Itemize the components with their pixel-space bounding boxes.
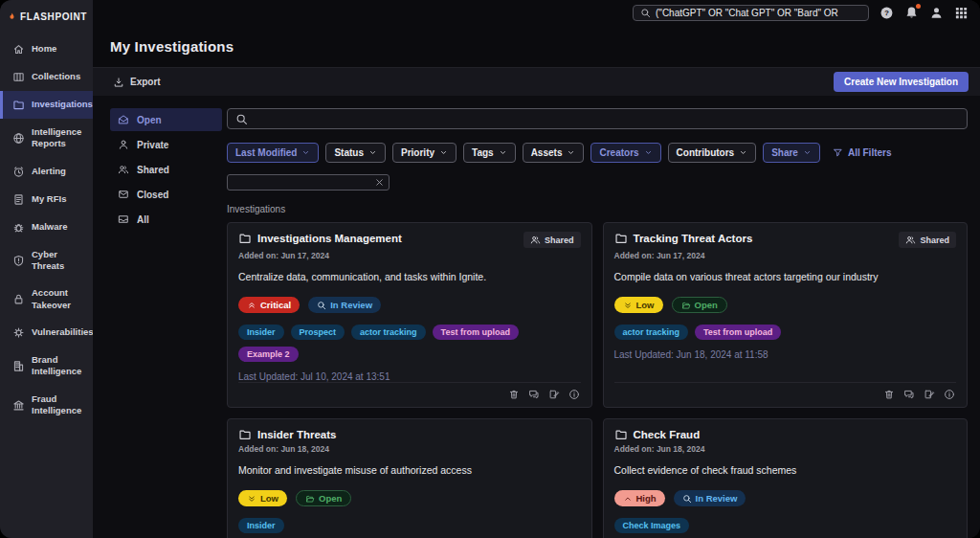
chevron-down-icon: [499, 148, 507, 157]
document-icon: [12, 193, 25, 206]
folder-icon: [238, 232, 252, 245]
priority-badge: Critical: [238, 297, 300, 313]
comments-icon[interactable]: [528, 389, 540, 400]
filter-assets[interactable]: Assets: [523, 143, 585, 163]
sidebar-item-alerting[interactable]: Alerting: [0, 158, 93, 186]
sidebar-item-account-takeover[interactable]: Account Takeover: [0, 280, 93, 319]
search-icon: [317, 301, 326, 310]
investigation-card-insider-threats[interactable]: Insider Threats Added on: Jun 18, 2024 M…: [227, 418, 592, 538]
alerting-icon: [12, 166, 25, 178]
priority-badge: High: [614, 490, 665, 506]
folder-icon: [238, 428, 252, 441]
folder-icon: [614, 428, 628, 441]
card-title[interactable]: Investigations Management: [257, 233, 402, 244]
sidebar-item-vulnerabilities[interactable]: Vulnerabilities: [0, 319, 93, 347]
status-badge: Open: [672, 297, 727, 313]
edit-icon[interactable]: [548, 389, 560, 400]
info-icon[interactable]: [568, 389, 580, 400]
tag-pill[interactable]: Test from upload: [695, 325, 781, 340]
chevron-down-icon: [368, 148, 377, 157]
card-title[interactable]: Tracking Threat Actors: [634, 233, 753, 244]
sidebar-item-collections[interactable]: Collections: [0, 63, 93, 91]
folder-icon: [614, 232, 628, 245]
global-search-input[interactable]: [656, 8, 861, 18]
status-badge: In Review: [308, 297, 381, 313]
funnel-icon: [833, 147, 843, 158]
investigations-search-input[interactable]: [254, 112, 959, 125]
card-added-date: Added on: Jun 17, 2024: [238, 251, 581, 260]
card-title[interactable]: Check Fraud: [634, 429, 701, 440]
notifications-icon[interactable]: [904, 6, 919, 20]
chevron-down-icon: [803, 148, 812, 157]
sidebar: FLASHPOINT Home Collections Investigatio…: [0, 0, 93, 538]
create-new-investigation-button[interactable]: Create New Investigation: [834, 72, 969, 92]
sidebar-item-fraud-intelligence[interactable]: Fraud Intelligence: [0, 386, 93, 425]
all-filters-button[interactable]: All Filters: [833, 147, 892, 158]
help-icon[interactable]: ?: [880, 6, 894, 20]
tag-pill[interactable]: Check Images: [614, 518, 690, 533]
filter-creators[interactable]: Creators: [590, 143, 660, 163]
tag-pill[interactable]: Prospect: [291, 325, 345, 340]
filter-tags[interactable]: Tags: [463, 143, 516, 163]
tag-pill[interactable]: Example 2: [238, 347, 299, 362]
search-icon: [640, 8, 651, 18]
tag-pill[interactable]: Insider: [238, 325, 284, 340]
edit-icon[interactable]: [924, 389, 935, 400]
filter-priority[interactable]: Priority: [392, 143, 457, 163]
sidebar-item-brand-intelligence[interactable]: Brand Intelligence: [0, 347, 93, 386]
status-subnav: Open Private Shared Closed All: [110, 108, 222, 538]
subnav-item-open[interactable]: Open: [110, 108, 222, 131]
filter-status[interactable]: Status: [325, 143, 386, 163]
home-icon: [12, 43, 25, 56]
folder-open-icon: [305, 494, 315, 504]
filter-share[interactable]: Share: [763, 143, 820, 163]
investigation-card-check-fraud[interactable]: Check Fraud Added on: Jun 18, 2024 Colle…: [603, 418, 969, 538]
subnav-item-closed[interactable]: Closed: [110, 183, 222, 206]
card-tags: InsiderProspectactor trackingTest from u…: [238, 325, 581, 362]
clear-icon[interactable]: [374, 177, 385, 188]
subnav-item-all[interactable]: All: [110, 208, 222, 231]
tag-pill[interactable]: Test from upload: [433, 325, 519, 340]
apps-icon[interactable]: [954, 6, 969, 20]
tag-pill[interactable]: Insider: [238, 518, 284, 533]
investigation-card-investigations-management[interactable]: Investigations Management Shared Added o…: [227, 222, 592, 408]
status-badge: Open: [296, 490, 351, 506]
account-icon[interactable]: [929, 6, 944, 20]
mail-closed-icon: [118, 189, 129, 200]
sidebar-item-home[interactable]: Home: [0, 35, 93, 63]
chevrons-down-icon: [623, 301, 633, 310]
info-icon[interactable]: [944, 389, 955, 400]
global-search[interactable]: [633, 5, 869, 21]
subnav-item-shared[interactable]: Shared: [110, 158, 222, 181]
filter-row: Last Modified Status Priority Tags Asset…: [227, 143, 968, 163]
cards-grid: Investigations Management Shared Added o…: [227, 222, 968, 538]
sidebar-item-my-rfis[interactable]: My RFIs: [0, 186, 93, 213]
export-button[interactable]: Export: [113, 77, 161, 88]
card-description: Monitor and investigate misuse of author…: [238, 464, 581, 476]
filter-contributors[interactable]: Contributors: [668, 143, 757, 163]
all-filters-label: All Filters: [848, 147, 892, 158]
download-icon: [113, 77, 124, 88]
investigation-card-tracking-threat-actors[interactable]: Tracking Threat Actors Shared Added on: …: [603, 222, 969, 408]
people-icon: [530, 235, 541, 245]
tag-pill[interactable]: actor tracking: [614, 325, 689, 340]
card-title[interactable]: Insider Threats: [257, 429, 336, 440]
filter-value-field[interactable]: [234, 176, 374, 189]
sidebar-item-malware[interactable]: Malware: [0, 213, 93, 241]
delete-icon[interactable]: [508, 389, 520, 400]
subnav-item-private[interactable]: Private: [110, 133, 222, 156]
sidebar-item-intelligence-reports[interactable]: Intelligence Reports: [0, 119, 93, 158]
sidebar-item-cyber-threats[interactable]: Cyber Threats: [0, 241, 93, 280]
chevron-down-icon: [644, 148, 653, 157]
card-last-updated: Last Updated: Jun 18, 2024 at 11:58: [614, 349, 957, 360]
notification-dot: [916, 4, 921, 9]
tag-pill[interactable]: actor tracking: [351, 325, 426, 340]
chevron-down-icon: [301, 148, 310, 157]
investigations-search[interactable]: [227, 108, 968, 129]
filter-last-modified[interactable]: Last Modified: [227, 143, 319, 163]
delete-icon[interactable]: [883, 389, 895, 400]
filter-value-input[interactable]: [227, 174, 390, 191]
comments-icon[interactable]: [903, 389, 915, 400]
brand-logo[interactable]: FLASHPOINT: [0, 0, 93, 35]
sidebar-item-investigations[interactable]: Investigations: [0, 91, 93, 119]
